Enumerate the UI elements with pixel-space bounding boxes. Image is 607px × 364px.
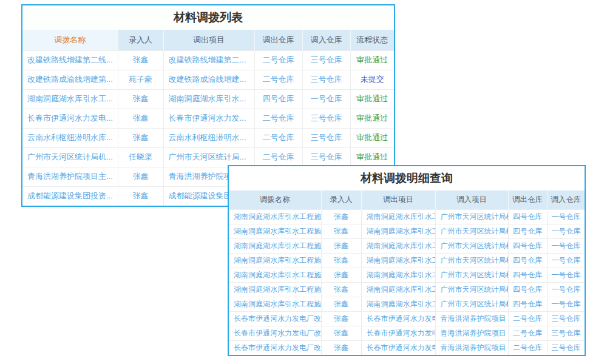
table-cell-person: 张鑫: [321, 209, 361, 224]
table-cell-person: 张鑫: [118, 128, 163, 147]
material-transfer-detail-query-title: 材料调拨明细查询: [229, 166, 585, 190]
column-header: 调出项目: [163, 30, 254, 50]
table-cell-name: 改建铁路成渝线增建第...: [22, 70, 118, 89]
table-cell-name: 云南水利枢纽潜明水库...: [22, 128, 118, 147]
table-cell-name: 湖南洞庭湖水库引水工程施工标段: [229, 238, 321, 253]
table-cell-in_wh: 一号仓库: [547, 224, 585, 238]
table-row[interactable]: 湖南洞庭湖水库引水工程施工标段张鑫湖南洞庭湖水库引水工程施工广州市天河区统计局机…: [229, 224, 585, 238]
column-header: 调入项目: [435, 190, 508, 209]
table-row[interactable]: 湖南洞庭湖水库引水工...张鑫湖南洞庭湖水库引水...四号仓库一号仓库审批通过: [22, 89, 394, 109]
table-row[interactable]: 改建铁路成渝线增建第...苑子豪改建铁路成渝线增建...二号仓库三号仓库未提交: [22, 70, 394, 89]
table-cell-name: 长春市伊通河水力发电...: [22, 109, 118, 128]
table-cell-in_wh: 一号仓库: [547, 282, 585, 297]
table-cell-name: 湖南洞庭湖水库引水工程施工标段: [229, 268, 321, 282]
table-row[interactable]: 改建铁路线增建第二线...张鑫改建铁路线增建第二...二号仓库三号仓库审批通过: [22, 50, 394, 70]
table-row[interactable]: 湖南洞庭湖水库引水工程施工标段张鑫湖南洞庭湖水库引水工程施工广州市天河区统计局机…: [229, 253, 585, 268]
table-cell-out_wh: 四号仓库: [508, 253, 547, 268]
table-row[interactable]: 湖南洞庭湖水库引水工程施工标段张鑫湖南洞庭湖水库引水工程施工广州市天河区统计局机…: [229, 297, 585, 311]
table-cell-out_project: 湖南洞庭湖水库引水工程施工: [361, 268, 435, 282]
table-cell-person: 张鑫: [321, 224, 361, 238]
table-cell-person: 张鑫: [321, 268, 361, 282]
table-cell-out_project: 湖南洞庭湖水库引水...: [163, 89, 254, 109]
table-cell-out_project: 改建铁路线增建第二...: [163, 50, 254, 70]
table-cell-status: 审批通过: [350, 50, 394, 70]
table-cell-out_project: 湖南洞庭湖水库引水工程施工: [361, 297, 435, 311]
table-cell-status: 审批通过: [350, 128, 394, 147]
table-cell-status: 审批通过: [350, 147, 394, 167]
table-cell-out_project: 改建铁路成渝线增建...: [163, 70, 254, 89]
table-cell-out_project: 长春市伊通河水力发电厂改建: [361, 326, 435, 340]
table-cell-out_wh: 二号仓库: [254, 50, 302, 70]
table-cell-person: 张鑫: [321, 340, 361, 355]
table-cell-in_wh: 一号仓库: [302, 89, 350, 109]
table-row[interactable]: 长春市伊通河水力发电...张鑫长春市伊通河水力发...二号仓库三号仓库审批通过: [22, 109, 394, 128]
column-header: 调入仓库: [302, 30, 350, 50]
table-cell-out_wh: 四号仓库: [508, 282, 547, 297]
table-cell-person: 张鑫: [321, 282, 361, 297]
table-row[interactable]: 湖南洞庭湖水库引水工程施工标段张鑫湖南洞庭湖水库引水工程施工广州市天河区统计局机…: [229, 209, 585, 224]
table-row[interactable]: 湖南洞庭湖水库引水工程施工标段张鑫湖南洞庭湖水库引水工程施工广州市天河区统计局机…: [229, 282, 585, 297]
table-cell-out_project: 长春市伊通河水力发...: [163, 109, 254, 128]
table-cell-person: 张鑫: [321, 253, 361, 268]
table-cell-person: 张鑫: [321, 297, 361, 311]
table-row[interactable]: 云南水利枢纽潜明水库...张鑫云南水利枢纽潜明水...二号仓库三号仓库审批通过: [22, 128, 394, 147]
table-cell-name: 改建铁路线增建第二线...: [22, 50, 118, 70]
table-cell-status: 未提交: [350, 70, 394, 89]
material-transfer-detail-query-table: 调拨名称录入人调出项目调入项目调出仓库调入仓库 湖南洞庭湖水库引水工程施工标段张…: [229, 190, 585, 355]
table-cell-person: 张鑫: [118, 186, 163, 206]
table-cell-out_project: 湖南洞庭湖水库引水工程施工: [361, 224, 435, 238]
table-cell-in_wh: 一号仓库: [547, 297, 585, 311]
table-cell-name: 青海洪湖养护院项目主...: [22, 167, 118, 186]
table-cell-out_wh: 二号仓库: [254, 128, 302, 147]
table-cell-in_project: 广州市天河区统计局机械: [435, 224, 508, 238]
table-cell-out_wh: 二号仓库: [254, 147, 302, 167]
table-cell-person: 张鑫: [118, 50, 163, 70]
table-cell-out_project: 湖南洞庭湖水库引水工程施工: [361, 282, 435, 297]
column-header: 调入仓库: [547, 190, 585, 209]
table-header-row: 调拨名称录入人调出项目调出仓库调入仓库流程状态: [22, 30, 394, 50]
table-cell-out_wh: 四号仓库: [508, 268, 547, 282]
column-header: 录入人: [321, 190, 361, 209]
table-cell-out_wh: 二号仓库: [254, 109, 302, 128]
table-cell-status: 审批通过: [350, 109, 394, 128]
table-row[interactable]: 长春市伊通河水力发电厂改建工程张鑫长春市伊通河水力发电厂改建青海洪湖养护院项目二…: [229, 311, 585, 326]
table-cell-out_project: 长春市伊通河水力发电厂改建: [361, 340, 435, 355]
table-cell-out_wh: 四号仓库: [508, 238, 547, 253]
table-cell-name: 广州市天河区统计局机...: [22, 147, 118, 167]
table-cell-person: 张鑫: [321, 311, 361, 326]
table-cell-name: 湖南洞庭湖水库引水工程施工标段: [229, 253, 321, 268]
table-cell-out_wh: 四号仓库: [508, 224, 547, 238]
table-cell-out_project: 长春市伊通河水力发电厂改建: [361, 311, 435, 326]
column-header: 调出仓库: [508, 190, 547, 209]
table-cell-in_project: 青海洪湖养护院项目: [435, 326, 508, 340]
table-row[interactable]: 长春市伊通河水力发电厂改建工程张鑫长春市伊通河水力发电厂改建青海洪湖养护院项目二…: [229, 326, 585, 340]
table-cell-person: 张鑫: [321, 238, 361, 253]
table-row[interactable]: 湖南洞庭湖水库引水工程施工标段张鑫湖南洞庭湖水库引水工程施工广州市天河区统计局机…: [229, 268, 585, 282]
table-cell-out_wh: 二号仓库: [254, 70, 302, 89]
table-cell-name: 长春市伊通河水力发电厂改建工程: [229, 326, 321, 340]
table-cell-name: 成都能源建设集团投资...: [22, 186, 118, 206]
table-cell-in_wh: 三号仓库: [547, 340, 585, 355]
column-header: 流程状态: [350, 30, 394, 50]
table-cell-in_wh: 三号仓库: [547, 311, 585, 326]
table-cell-in_wh: 三号仓库: [547, 326, 585, 340]
table-row[interactable]: 长春市伊通河水力发电厂改建工程张鑫长春市伊通河水力发电厂改建青海洪湖养护院项目二…: [229, 340, 585, 355]
column-header: 调拨名称: [229, 190, 321, 209]
table-cell-in_project: 广州市天河区统计局机械: [435, 268, 508, 282]
table-cell-out_wh: 四号仓库: [508, 209, 547, 224]
table-cell-person: 任晓渠: [118, 147, 163, 167]
table-cell-in_project: 广州市天河区统计局机械: [435, 282, 508, 297]
table-cell-out_wh: 二号仓库: [508, 340, 547, 355]
table-cell-in_wh: 一号仓库: [547, 268, 585, 282]
table-cell-name: 长春市伊通河水力发电厂改建工程: [229, 311, 321, 326]
table-row[interactable]: 广州市天河区统计局机...任晓渠广州市天河区统计局...二号仓库三号仓库审批通过: [22, 147, 394, 167]
table-cell-in_project: 广州市天河区统计局机械: [435, 297, 508, 311]
table-cell-name: 湖南洞庭湖水库引水工程施工标段: [229, 209, 321, 224]
table-cell-person: 苑子豪: [118, 70, 163, 89]
table-row[interactable]: 湖南洞庭湖水库引水工程施工标段张鑫湖南洞庭湖水库引水工程施工广州市天河区统计局机…: [229, 238, 585, 253]
table-header-row: 调拨名称录入人调出项目调入项目调出仓库调入仓库: [229, 190, 585, 209]
table-cell-in_project: 广州市天河区统计局机械: [435, 253, 508, 268]
table-cell-name: 湖南洞庭湖水库引水工程施工标段: [229, 224, 321, 238]
table-cell-out_wh: 二号仓库: [508, 326, 547, 340]
material-transfer-detail-query-window: 材料调拨明细查询 调拨名称录入人调出项目调入项目调出仓库调入仓库 湖南洞庭湖水库…: [228, 165, 586, 356]
